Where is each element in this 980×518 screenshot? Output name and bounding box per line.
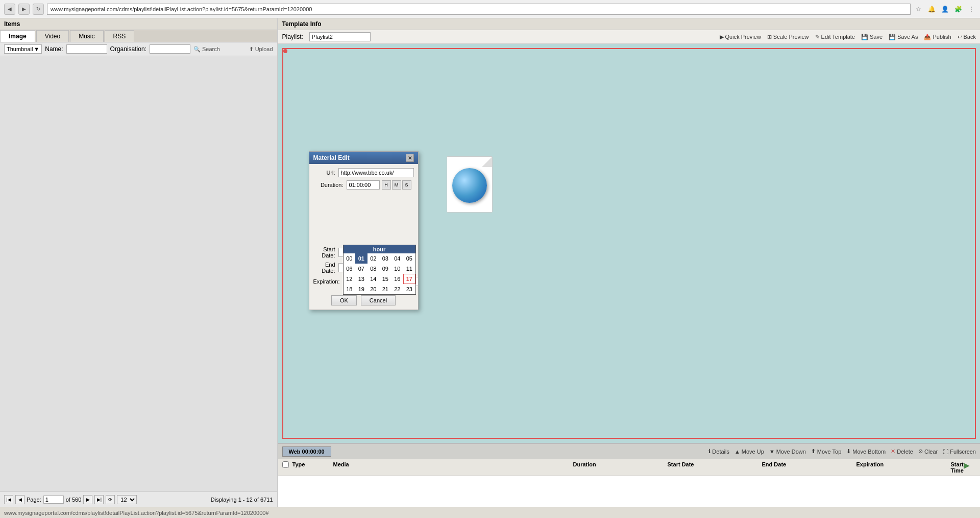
- edit-template-label: Edit Template: [821, 34, 855, 40]
- reload-btn[interactable]: ↻: [33, 4, 44, 15]
- move-up-btn[interactable]: ▲ Move Up: [734, 449, 764, 455]
- hour-cell-23[interactable]: 23: [403, 284, 415, 294]
- move-up-label: Move Up: [742, 449, 764, 455]
- hour-cell-03[interactable]: 03: [379, 253, 391, 264]
- hour-cell-07[interactable]: 07: [355, 264, 368, 274]
- move-bottom-btn[interactable]: ⬇ Move Bottom: [846, 448, 886, 455]
- hour-cell-10[interactable]: 10: [391, 264, 404, 274]
- hour-cell-01[interactable]: 01: [355, 253, 368, 264]
- next-page-btn[interactable]: ▶: [83, 495, 92, 504]
- back-nav-btn[interactable]: ◀: [4, 4, 15, 15]
- template-toolbar: Playlist: ▶ Quick Preview ⊞ Scale Previe…: [278, 30, 980, 44]
- save-as-label: Save As: [897, 34, 918, 40]
- hour-cell-20[interactable]: 20: [368, 284, 380, 294]
- delete-btn[interactable]: ✕ Delete: [891, 448, 913, 455]
- move-down-btn[interactable]: ▼ Move Down: [769, 449, 806, 455]
- cancel-button[interactable]: Cancel: [361, 295, 396, 305]
- notification-icon[interactable]: 🔔: [927, 5, 936, 14]
- search-button[interactable]: 🔍 Search: [193, 46, 220, 53]
- select-all-checkbox[interactable]: [282, 461, 289, 468]
- details-btn[interactable]: ℹ Details: [708, 448, 729, 455]
- hour-picker-header: hour: [344, 245, 415, 253]
- forward-nav-btn[interactable]: ▶: [18, 4, 30, 15]
- account-icon[interactable]: 👤: [940, 5, 949, 14]
- expand-icon[interactable]: ▶: [964, 461, 969, 469]
- save-as-icon: 💾: [889, 34, 896, 40]
- tab-video[interactable]: Video: [36, 30, 69, 42]
- save-as-btn[interactable]: 💾 Save As: [889, 34, 918, 40]
- playlist-name-input[interactable]: [309, 32, 371, 41]
- quick-preview-btn[interactable]: ▶ Quick Preview: [720, 34, 761, 40]
- hour-cell-06[interactable]: 06: [344, 264, 356, 274]
- move-down-label: Move Down: [776, 449, 806, 455]
- upload-btn-label: Upload: [255, 46, 273, 52]
- extensions-icon[interactable]: 🧩: [953, 5, 963, 14]
- tab-image[interactable]: Image: [0, 30, 35, 42]
- last-page-btn[interactable]: ▶|: [94, 495, 104, 504]
- name-input[interactable]: [66, 44, 107, 54]
- url-input[interactable]: [338, 168, 414, 177]
- prev-page-btn[interactable]: ◀: [15, 495, 24, 504]
- hour-cell-18[interactable]: 18: [344, 284, 356, 294]
- per-page-select[interactable]: 12: [117, 495, 137, 504]
- edit-template-btn[interactable]: ✎ Edit Template: [815, 34, 855, 40]
- org-input[interactable]: [150, 44, 190, 54]
- hour-cell-04[interactable]: 04: [391, 253, 404, 264]
- hour-cell-09[interactable]: 09: [379, 264, 391, 274]
- fullscreen-btn[interactable]: ⛶ Fullscreen: [943, 449, 976, 455]
- publish-label: Publish: [933, 34, 951, 40]
- hour-cell-22[interactable]: 22: [391, 284, 404, 294]
- url-bar[interactable]: [47, 4, 911, 15]
- status-url: www.mysignageportal.com/cdms/playlist!de…: [4, 510, 269, 516]
- hour-cell-05[interactable]: 05: [403, 253, 415, 264]
- save-btn[interactable]: 💾 Save: [861, 34, 883, 40]
- upload-button[interactable]: ⬆ Upload: [249, 46, 273, 53]
- th-type: Type: [292, 461, 333, 474]
- ok-button[interactable]: OK: [331, 295, 357, 305]
- url-row: Url:: [313, 168, 414, 177]
- tab-rss[interactable]: RSS: [105, 30, 135, 42]
- clear-icon: ⊘: [918, 448, 923, 455]
- th-start-time: Start Time: [951, 461, 964, 474]
- menu-icon[interactable]: ⋮: [967, 5, 976, 14]
- page-input[interactable]: [43, 496, 64, 504]
- move-up-icon: ▲: [734, 449, 740, 455]
- hour-cell-21[interactable]: 21: [379, 284, 391, 294]
- move-top-btn[interactable]: ⬆ Move Top: [811, 448, 842, 455]
- back-btn[interactable]: ↩ Back: [958, 34, 976, 40]
- clear-btn[interactable]: ⊘ Clear: [918, 448, 938, 455]
- url-label: Url:: [313, 170, 338, 176]
- hour-cell-16[interactable]: 16: [391, 274, 404, 284]
- duration-buttons: H M S: [382, 180, 411, 190]
- refresh-btn[interactable]: ⟳: [106, 495, 115, 504]
- hour-cell-00[interactable]: 00: [344, 253, 356, 264]
- hour-cell-11[interactable]: 11: [403, 264, 415, 274]
- minutes-btn[interactable]: M: [392, 180, 401, 190]
- hour-cell-15[interactable]: 15: [379, 274, 391, 284]
- modal-close-btn[interactable]: ✕: [406, 154, 414, 162]
- modal-title-bar: Material Edit ✕: [309, 152, 418, 164]
- publish-btn[interactable]: 📤 Publish: [924, 34, 951, 40]
- clear-label: Clear: [924, 449, 938, 455]
- scale-preview-btn[interactable]: ⊞ Scale Preview: [767, 34, 809, 40]
- first-page-btn[interactable]: |◀: [4, 495, 13, 504]
- hour-cell-19[interactable]: 19: [355, 284, 368, 294]
- hours-btn[interactable]: H: [382, 180, 391, 190]
- seconds-btn[interactable]: S: [402, 180, 411, 190]
- media-tabs: Image Video Music RSS: [0, 30, 277, 42]
- hour-cell-02[interactable]: 02: [368, 253, 380, 264]
- hour-cell-13[interactable]: 13: [355, 274, 368, 284]
- hour-grid: 0001020304050607080910111213141516171819…: [344, 253, 415, 294]
- hour-cell-14[interactable]: 14: [368, 274, 380, 284]
- hour-cell-17[interactable]: 17: [403, 274, 415, 284]
- thumbnail-dropdown[interactable]: Thumbnail ▼: [4, 44, 42, 54]
- duration-input[interactable]: [347, 180, 380, 190]
- playlist-tab[interactable]: Web 00:00:00: [282, 446, 331, 457]
- th-media: Media: [333, 461, 573, 474]
- hour-cell-12[interactable]: 12: [344, 274, 356, 284]
- bookmark-icon[interactable]: ☆: [914, 5, 923, 14]
- tab-music[interactable]: Music: [70, 30, 103, 42]
- hour-cell-08[interactable]: 08: [368, 264, 380, 274]
- upload-icon: ⬆: [249, 46, 254, 53]
- scale-preview-label: Scale Preview: [773, 34, 809, 40]
